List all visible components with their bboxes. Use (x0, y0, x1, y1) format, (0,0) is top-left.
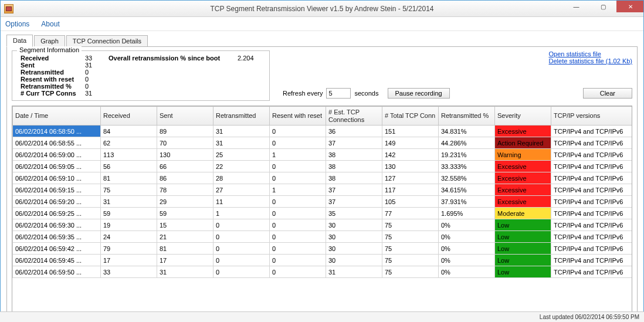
cell-total-conn: 75 (382, 243, 439, 255)
minimize-button[interactable]: — (562, 1, 589, 12)
col-sent[interactable]: Sent (157, 107, 213, 126)
cell-resent-reset: 0 (270, 266, 326, 278)
cell-severity: Low (495, 243, 551, 255)
cell-versions: TCP/IPv4 and TCP/IPv6 (551, 219, 633, 231)
col-total-conn[interactable]: # Total TCP Conn (382, 107, 439, 126)
cell-resent-reset: 0 (270, 243, 326, 255)
table-row[interactable]: 06/02/2014 06:59:30 ...19150030750%LowTC… (13, 219, 633, 231)
cell-severity: Excessive (495, 126, 551, 137)
menu-about[interactable]: About (41, 20, 59, 28)
cell-datetime: 06/02/2014 06:59:10 ... (13, 172, 101, 184)
table-row[interactable]: 06/02/2014 06:59:35 ...24210030750%LowTC… (13, 231, 633, 243)
cell-severity: Excessive (495, 161, 551, 172)
menu-options[interactable]: Options (5, 20, 29, 28)
refresh-controls: Refresh every seconds Pause recording (283, 88, 450, 99)
cell-retransmitted-pct: 0% (439, 255, 495, 266)
table-row[interactable]: 06/02/2014 06:59:10 ...81862803812732.55… (13, 172, 633, 184)
cell-total-conn: 75 (382, 219, 439, 231)
refresh-label-before: Refresh every (283, 90, 323, 97)
cell-est-conn: 30 (326, 219, 382, 231)
link-delete-stats[interactable]: Delete statistics file (1.02 Kb) (549, 57, 632, 65)
cell-retransmitted-pct: 37.931% (439, 196, 495, 208)
cell-est-conn: 38 (326, 149, 382, 161)
status-text: Last updated 06/02/2014 06:59:50 PM (540, 314, 639, 320)
cell-sent: 66 (157, 161, 213, 172)
cell-sent: 130 (157, 149, 213, 161)
link-open-stats[interactable]: Open statistics file (549, 50, 632, 57)
table-row[interactable]: 06/02/2014 06:59:42 ...79810030750%LowTC… (13, 243, 633, 255)
cell-est-conn: 35 (326, 208, 382, 219)
pause-recording-button[interactable]: Pause recording (388, 88, 450, 99)
cell-versions: TCP/IPv4 and TCP/IPv6 (551, 149, 633, 161)
cell-retransmitted-pct: 0% (439, 231, 495, 243)
cell-datetime: 06/02/2014 06:59:20 ... (13, 196, 101, 208)
cell-datetime: 06/02/2014 06:59:45 ... (13, 255, 101, 266)
tab-data[interactable]: Data (6, 35, 33, 47)
maximize-button[interactable]: ▢ (589, 1, 616, 12)
cell-total-conn: 75 (382, 255, 439, 266)
segment-info-legend: Segment Information (17, 46, 82, 53)
col-versions[interactable]: TCP/IP versions (551, 107, 633, 126)
col-retransmitted[interactable]: Retransmitted (213, 107, 270, 126)
table-row[interactable]: 06/02/2014 06:59:45 ...17170030750%LowTC… (13, 255, 633, 266)
cell-versions: TCP/IPv4 and TCP/IPv6 (551, 266, 633, 278)
col-est-conn[interactable]: # Est. TCP Connections (326, 107, 382, 126)
cell-received: 56 (101, 161, 157, 172)
label-overall: Overall retransmission % since boot (109, 55, 238, 62)
col-resent-reset[interactable]: Resent with reset (270, 107, 326, 126)
cell-total-conn: 142 (382, 149, 439, 161)
cell-received: 62 (101, 137, 157, 149)
cell-severity: Moderate (495, 208, 551, 219)
value-sent: 31 (85, 62, 109, 69)
refresh-interval-input[interactable] (326, 88, 351, 99)
tab-details[interactable]: TCP Connection Details (66, 35, 148, 47)
cell-datetime: 06/02/2014 06:58:55 ... (13, 137, 101, 149)
cell-retransmitted-pct: 34.831% (439, 126, 495, 137)
col-retransmitted-pct[interactable]: Retransmitted % (439, 107, 495, 126)
cell-sent: 17 (157, 255, 213, 266)
tab-graph[interactable]: Graph (34, 35, 65, 47)
cell-datetime: 06/02/2014 06:59:25 ... (13, 208, 101, 219)
cell-versions: TCP/IPv4 and TCP/IPv6 (551, 184, 633, 196)
cell-resent-reset: 0 (270, 255, 326, 266)
clear-button[interactable]: Clear (583, 88, 632, 99)
window-title: TCP Segment Retransmission Viewer v1.5 b… (1, 5, 643, 13)
cell-received: 24 (101, 231, 157, 243)
cell-est-conn: 36 (326, 126, 382, 137)
cell-severity: Low (495, 266, 551, 278)
data-grid[interactable]: Date / Time Received Sent Retransmitted … (12, 106, 632, 317)
cell-datetime: 06/02/2014 06:59:35 ... (13, 231, 101, 243)
col-severity[interactable]: Severity (495, 107, 551, 126)
cell-datetime: 06/02/2014 06:59:00 ... (13, 149, 101, 161)
close-button[interactable]: ✕ (616, 1, 643, 12)
cell-retransmitted: 22 (213, 161, 270, 172)
table-row[interactable]: 06/02/2014 06:59:20 ...31291103710537.93… (13, 196, 633, 208)
table-row[interactable]: 06/02/2014 06:59:25 ...59591035771.695%M… (13, 208, 633, 219)
cell-versions: TCP/IPv4 and TCP/IPv6 (551, 231, 633, 243)
cell-received: 59 (101, 208, 157, 219)
cell-resent-reset: 0 (270, 172, 326, 184)
col-received[interactable]: Received (101, 107, 157, 126)
table-row[interactable]: 06/02/2014 06:59:50 ...33310031750%LowTC… (13, 266, 633, 278)
col-datetime[interactable]: Date / Time (13, 107, 101, 126)
table-row[interactable]: 06/02/2014 06:58:55 ...62703103714944.28… (13, 137, 633, 149)
cell-est-conn: 30 (326, 243, 382, 255)
cell-datetime: 06/02/2014 06:59:15 ... (13, 184, 101, 196)
label-sent: Sent (21, 62, 85, 69)
cell-received: 75 (101, 184, 157, 196)
cell-total-conn: 105 (382, 196, 439, 208)
label-retransmitted-pct: Retransmitted % (21, 83, 85, 90)
cell-total-conn: 130 (382, 161, 439, 172)
cell-resent-reset: 0 (270, 137, 326, 149)
table-row[interactable]: 06/02/2014 06:58:50 ...84893103615134.83… (13, 126, 633, 137)
table-row[interactable]: 06/02/2014 06:59:05 ...56662203813033.33… (13, 161, 633, 172)
cell-est-conn: 37 (326, 184, 382, 196)
cell-severity: Action Required (495, 137, 551, 149)
table-row[interactable]: 06/02/2014 06:59:15 ...75782713711734.61… (13, 184, 633, 196)
menubar: Options About (1, 17, 643, 31)
value-retransmitted-pct: 0 (85, 83, 109, 90)
label-received: Received (21, 55, 85, 62)
tab-panel-data: Segment Information Received 33 Overall … (6, 46, 638, 320)
table-row[interactable]: 06/02/2014 06:59:00 ...1131302513814219.… (13, 149, 633, 161)
cell-datetime: 06/02/2014 06:58:50 ... (13, 126, 101, 137)
